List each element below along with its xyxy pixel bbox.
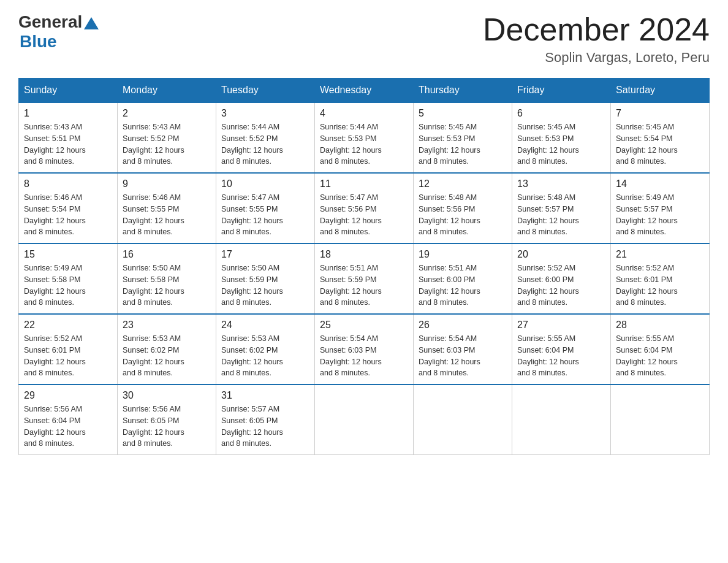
day-number: 11 [320,178,408,190]
day-number: 15 [24,249,112,260]
calendar-cell: 18 Sunrise: 5:51 AM Sunset: 5:59 PM Dayl… [315,243,414,314]
day-info: Sunrise: 5:47 AM Sunset: 5:56 PM Dayligh… [320,192,408,238]
day-info: Sunrise: 5:48 AM Sunset: 5:57 PM Dayligh… [517,192,605,238]
day-number: 27 [517,320,605,331]
calendar-cell: 29 Sunrise: 5:56 AM Sunset: 6:04 PM Dayl… [19,385,118,455]
title-section: December 2024 Soplin Vargas, Loreto, Per… [483,12,710,66]
calendar-cell: 4 Sunrise: 5:44 AM Sunset: 5:53 PM Dayli… [315,102,414,173]
calendar-cell [414,385,512,455]
day-info: Sunrise: 5:48 AM Sunset: 5:56 PM Dayligh… [419,192,507,238]
day-number: 4 [320,108,408,119]
calendar-cell: 25 Sunrise: 5:54 AM Sunset: 6:03 PM Dayl… [315,314,414,385]
day-number: 2 [123,108,211,119]
week-row-2: 8 Sunrise: 5:46 AM Sunset: 5:54 PM Dayli… [19,173,710,243]
calendar-cell [512,385,611,455]
day-info: Sunrise: 5:51 AM Sunset: 6:00 PM Dayligh… [419,262,507,308]
day-info: Sunrise: 5:49 AM Sunset: 5:58 PM Dayligh… [24,262,112,308]
day-number: 26 [419,320,507,331]
header-wednesday: Wednesday [315,79,414,103]
day-number: 25 [320,320,408,331]
day-info: Sunrise: 5:54 AM Sunset: 6:03 PM Dayligh… [320,333,408,379]
header-monday: Monday [118,79,216,103]
calendar-cell [315,385,414,455]
calendar-header: SundayMondayTuesdayWednesdayThursdayFrid… [19,79,710,103]
week-row-3: 15 Sunrise: 5:49 AM Sunset: 5:58 PM Dayl… [19,243,710,314]
logo-blue-text: Blue [20,32,57,52]
calendar-cell: 10 Sunrise: 5:47 AM Sunset: 5:55 PM Dayl… [216,173,315,243]
calendar-cell: 17 Sunrise: 5:50 AM Sunset: 5:59 PM Dayl… [216,243,315,314]
calendar-table: SundayMondayTuesdayWednesdayThursdayFrid… [18,78,710,455]
day-number: 5 [419,108,507,119]
day-info: Sunrise: 5:49 AM Sunset: 5:57 PM Dayligh… [616,192,704,238]
calendar-cell: 3 Sunrise: 5:44 AM Sunset: 5:52 PM Dayli… [216,102,315,173]
calendar-cell: 11 Sunrise: 5:47 AM Sunset: 5:56 PM Dayl… [315,173,414,243]
calendar-cell: 7 Sunrise: 5:45 AM Sunset: 5:54 PM Dayli… [611,102,710,173]
day-info: Sunrise: 5:46 AM Sunset: 5:55 PM Dayligh… [123,192,211,238]
calendar-cell: 24 Sunrise: 5:53 AM Sunset: 6:02 PM Dayl… [216,314,315,385]
day-info: Sunrise: 5:52 AM Sunset: 6:01 PM Dayligh… [24,333,112,379]
day-number: 22 [24,320,112,331]
calendar-cell: 8 Sunrise: 5:46 AM Sunset: 5:54 PM Dayli… [19,173,118,243]
day-number: 16 [123,249,211,260]
day-info: Sunrise: 5:43 AM Sunset: 5:52 PM Dayligh… [123,121,211,167]
day-number: 30 [123,390,211,401]
day-number: 13 [517,178,605,190]
day-number: 28 [616,320,704,331]
day-number: 8 [24,178,112,190]
day-number: 31 [221,390,309,401]
calendar-cell: 30 Sunrise: 5:56 AM Sunset: 6:05 PM Dayl… [118,385,216,455]
header-saturday: Saturday [611,79,710,103]
day-number: 12 [419,178,507,190]
calendar-cell: 6 Sunrise: 5:45 AM Sunset: 5:53 PM Dayli… [512,102,611,173]
day-info: Sunrise: 5:55 AM Sunset: 6:04 PM Dayligh… [517,333,605,379]
calendar-cell: 19 Sunrise: 5:51 AM Sunset: 6:00 PM Dayl… [414,243,512,314]
day-number: 23 [123,320,211,331]
calendar-cell [611,385,710,455]
calendar-cell: 20 Sunrise: 5:52 AM Sunset: 6:00 PM Dayl… [512,243,611,314]
day-info: Sunrise: 5:50 AM Sunset: 5:59 PM Dayligh… [221,262,309,308]
calendar-cell: 28 Sunrise: 5:55 AM Sunset: 6:04 PM Dayl… [611,314,710,385]
calendar-cell: 23 Sunrise: 5:53 AM Sunset: 6:02 PM Dayl… [118,314,216,385]
day-info: Sunrise: 5:52 AM Sunset: 6:01 PM Dayligh… [616,262,704,308]
calendar-cell: 15 Sunrise: 5:49 AM Sunset: 5:58 PM Dayl… [19,243,118,314]
day-number: 7 [616,108,704,119]
day-number: 21 [616,249,704,260]
calendar-cell: 22 Sunrise: 5:52 AM Sunset: 6:01 PM Dayl… [19,314,118,385]
header-friday: Friday [512,79,611,103]
page-header: General Blue December 2024 Soplin Vargas… [18,12,710,66]
day-number: 20 [517,249,605,260]
day-info: Sunrise: 5:46 AM Sunset: 5:54 PM Dayligh… [24,192,112,238]
day-info: Sunrise: 5:45 AM Sunset: 5:53 PM Dayligh… [419,121,507,167]
header-sunday: Sunday [19,79,118,103]
day-number: 24 [221,320,309,331]
day-number: 6 [517,108,605,119]
day-number: 19 [419,249,507,260]
day-info: Sunrise: 5:47 AM Sunset: 5:55 PM Dayligh… [221,192,309,238]
calendar-cell: 27 Sunrise: 5:55 AM Sunset: 6:04 PM Dayl… [512,314,611,385]
day-info: Sunrise: 5:57 AM Sunset: 6:05 PM Dayligh… [221,404,309,450]
calendar-cell: 2 Sunrise: 5:43 AM Sunset: 5:52 PM Dayli… [118,102,216,173]
location-title: Soplin Vargas, Loreto, Peru [483,50,710,66]
calendar-cell: 31 Sunrise: 5:57 AM Sunset: 6:05 PM Dayl… [216,385,315,455]
calendar-cell: 9 Sunrise: 5:46 AM Sunset: 5:55 PM Dayli… [118,173,216,243]
day-info: Sunrise: 5:45 AM Sunset: 5:54 PM Dayligh… [616,121,704,167]
day-number: 3 [221,108,309,119]
calendar-cell: 26 Sunrise: 5:54 AM Sunset: 6:03 PM Dayl… [414,314,512,385]
calendar-cell: 13 Sunrise: 5:48 AM Sunset: 5:57 PM Dayl… [512,173,611,243]
logo-general-text: General [18,12,82,32]
logo-triangle-icon [84,17,99,29]
week-row-5: 29 Sunrise: 5:56 AM Sunset: 6:04 PM Dayl… [19,385,710,455]
day-number: 14 [616,178,704,190]
day-info: Sunrise: 5:53 AM Sunset: 6:02 PM Dayligh… [123,333,211,379]
day-info: Sunrise: 5:56 AM Sunset: 6:04 PM Dayligh… [24,404,112,450]
day-info: Sunrise: 5:51 AM Sunset: 5:59 PM Dayligh… [320,262,408,308]
header-thursday: Thursday [414,79,512,103]
month-title: December 2024 [483,12,710,47]
day-number: 29 [24,390,112,401]
day-info: Sunrise: 5:56 AM Sunset: 6:05 PM Dayligh… [123,404,211,450]
calendar-cell: 21 Sunrise: 5:52 AM Sunset: 6:01 PM Dayl… [611,243,710,314]
logo: General Blue [18,12,99,52]
day-info: Sunrise: 5:44 AM Sunset: 5:52 PM Dayligh… [221,121,309,167]
day-info: Sunrise: 5:52 AM Sunset: 6:00 PM Dayligh… [517,262,605,308]
calendar-cell: 5 Sunrise: 5:45 AM Sunset: 5:53 PM Dayli… [414,102,512,173]
